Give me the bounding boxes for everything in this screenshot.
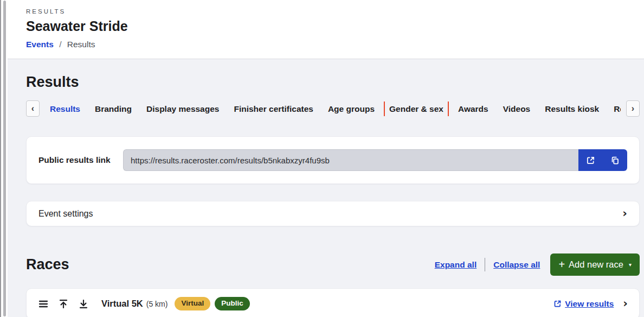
copy-results-link-button[interactable] xyxy=(603,149,627,171)
external-link-icon xyxy=(553,300,562,308)
tab-results-kiosk[interactable]: Results kiosk xyxy=(545,102,599,116)
move-to-top-icon[interactable] xyxy=(58,299,69,309)
races-actions: Expand all Collapse all + Add new race ▾ xyxy=(435,253,640,276)
race-distance: (5 km) xyxy=(146,300,168,308)
chevron-left-icon: ‹ xyxy=(31,104,34,113)
tab-age-groups[interactable]: Age groups xyxy=(328,102,375,116)
race-row: Virtual 5K (5 km) Virtual Public View re… xyxy=(26,288,640,317)
actions-divider xyxy=(485,258,485,271)
breadcrumb-events-link[interactable]: Events xyxy=(26,40,54,49)
tab-display-messages[interactable]: Display messages xyxy=(146,102,219,116)
tabs-list: Results Branding Display messages Finish… xyxy=(50,102,621,116)
tab-results-embed[interactable]: Results embed xyxy=(614,102,621,116)
breadcrumb-separator: / xyxy=(59,40,61,49)
view-results-label: View results xyxy=(565,299,614,309)
expand-all-link[interactable]: Expand all xyxy=(435,260,477,270)
chevron-right-icon: › xyxy=(623,298,628,309)
left-rail xyxy=(0,0,8,317)
virtual-badge: Virtual xyxy=(175,297,210,310)
public-results-link-card: Public results link xyxy=(26,136,640,184)
open-results-link-button[interactable] xyxy=(578,149,603,171)
external-link-icon xyxy=(586,156,595,165)
results-tabbar: ‹ Results Branding Display messages Fini… xyxy=(26,100,640,125)
breadcrumb: Events / Results xyxy=(26,40,640,49)
public-results-link-label: Public results link xyxy=(38,155,123,165)
page-title: Seawater Stride xyxy=(26,18,640,34)
copy-icon xyxy=(610,156,620,165)
races-section-heading: Races xyxy=(26,256,435,273)
collapse-all-link[interactable]: Collapse all xyxy=(493,260,540,270)
breadcrumb-current: Results xyxy=(67,40,95,49)
left-scrollbar[interactable] xyxy=(3,1,6,316)
tabs-scroll-right-button[interactable]: › xyxy=(626,100,640,117)
tab-awards[interactable]: Awards xyxy=(458,102,488,116)
event-settings-label: Event settings xyxy=(38,209,93,219)
race-name: Virtual 5K xyxy=(101,299,143,309)
results-section-heading: Results xyxy=(26,74,640,91)
tab-finisher-certificates[interactable]: Finisher certificates xyxy=(234,102,313,116)
eyebrow-label: RESULTS xyxy=(26,8,640,15)
tab-videos[interactable]: Videos xyxy=(503,102,531,116)
race-row-icons xyxy=(38,299,89,309)
main-content: Results ‹ Results Branding Display messa… xyxy=(8,59,644,317)
race-row-right: View results › xyxy=(553,298,628,309)
page-header: RESULTS Seawater Stride Events / Results xyxy=(8,0,644,59)
add-new-race-button[interactable]: + Add new race ▾ xyxy=(550,253,640,276)
public-results-url-group xyxy=(123,149,627,171)
page: RESULTS Seawater Stride Events / Results… xyxy=(8,0,644,317)
tabs-scroll-left-button[interactable]: ‹ xyxy=(26,100,40,117)
left-rail-edge xyxy=(0,0,1,317)
move-to-bottom-icon[interactable] xyxy=(78,299,89,309)
race-badges: Virtual Public xyxy=(175,297,249,310)
add-new-race-label: Add new race xyxy=(569,259,623,270)
tab-results[interactable]: Results xyxy=(50,102,80,116)
chevron-right-icon: › xyxy=(632,104,634,113)
drag-handle-icon[interactable] xyxy=(38,299,49,309)
public-results-url-input[interactable] xyxy=(123,149,578,171)
view-results-link[interactable]: View results xyxy=(553,299,614,309)
plus-icon: + xyxy=(558,259,565,270)
races-header: Races Expand all Collapse all + Add new … xyxy=(26,253,640,276)
tab-gender-and-sex[interactable]: Gender & sex xyxy=(389,102,443,116)
public-badge: Public xyxy=(215,297,250,310)
caret-down-icon: ▾ xyxy=(629,262,632,268)
tab-branding[interactable]: Branding xyxy=(95,102,132,116)
chevron-right-icon: › xyxy=(622,208,627,219)
event-settings-card[interactable]: Event settings › xyxy=(26,201,640,226)
